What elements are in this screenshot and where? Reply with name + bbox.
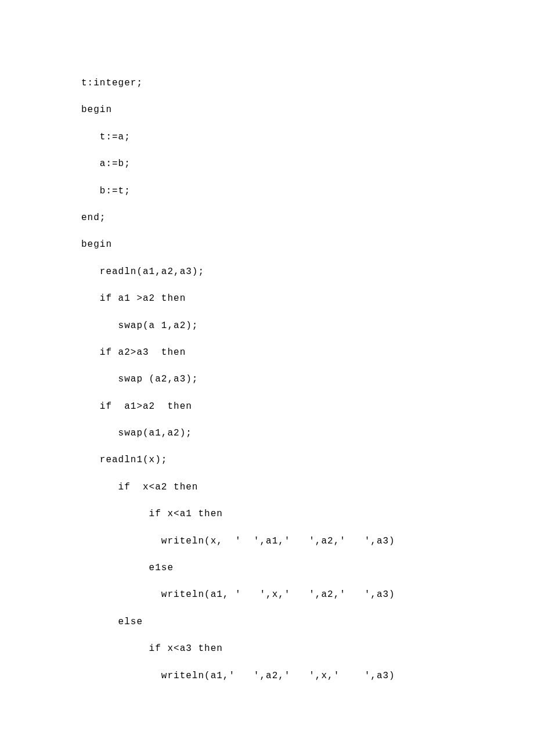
code-line: if x<a2 then — [81, 474, 534, 501]
code-line: end; — [81, 204, 534, 231]
code-line: begin — [81, 96, 534, 123]
code-line: t:integer; — [81, 70, 534, 96]
code-line: readln1(x); — [81, 447, 534, 473]
code-line: writeln(a1,' ',a2,' ',x,' ',a3) — [81, 663, 534, 689]
code-line: readln(a1,a2,a3); — [81, 258, 534, 285]
code-line: if a1 >a2 then — [81, 285, 534, 312]
code-line: a:=b; — [81, 150, 534, 177]
code-line: if a1>a2 then — [81, 393, 534, 420]
code-line: if a2>a3 then — [81, 339, 534, 366]
code-line: swap(a1,a2); — [81, 420, 534, 447]
code-line: if x<a1 then — [81, 501, 534, 527]
code-document: t:integer; begin t:=a; a:=b; b:=t; end; … — [0, 0, 534, 689]
code-line: writeln(x, ' ',a1,' ',a2,' ',a3) — [81, 528, 534, 555]
code-line: begin — [81, 231, 534, 258]
code-line: t:=a; — [81, 124, 534, 150]
code-line: b:=t; — [81, 178, 534, 204]
code-line: swap(a 1,a2); — [81, 312, 534, 339]
code-line: else — [81, 609, 534, 635]
code-line: swap (a2,a3); — [81, 366, 534, 393]
code-line: writeln(a1, ' ',x,' ',a2,' ',a3) — [81, 581, 534, 608]
code-line: e1se — [81, 555, 534, 581]
code-line: if x<a3 then — [81, 635, 534, 662]
